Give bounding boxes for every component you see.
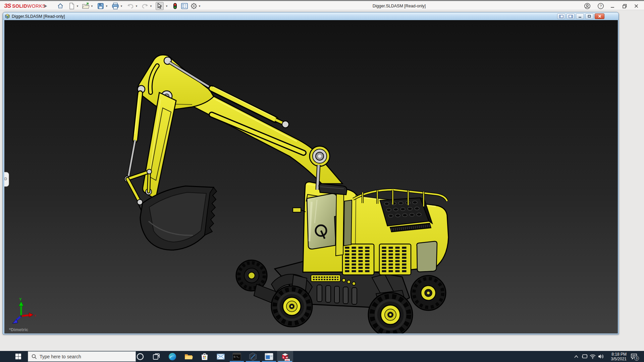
print-caret[interactable]: ▼ <box>120 5 123 8</box>
tray-volume-button[interactable] <box>597 351 605 362</box>
account-button[interactable] <box>583 3 592 9</box>
options-caret[interactable]: ▼ <box>198 5 201 8</box>
wheel-rear-right <box>411 276 446 310</box>
notification-badge: 3 <box>634 356 639 361</box>
tray-chevron-button[interactable] <box>572 351 580 362</box>
taskbar-hexagon-tool-button[interactable] <box>245 351 261 362</box>
options-button[interactable] <box>190 2 198 10</box>
app-minimize-button[interactable] <box>608 3 617 9</box>
svg-text:?: ? <box>600 4 602 8</box>
show-right-pane-button[interactable] <box>567 13 575 19</box>
triad-y-label: Y <box>19 297 22 301</box>
tray-clock[interactable]: 8:18 PM 3/5/2021 <box>604 351 627 362</box>
select-cursor-icon <box>157 3 162 9</box>
tray-date: 3/5/2021 <box>604 357 627 361</box>
document-window: Digger.SLDASM [Read-only] <box>3 12 619 335</box>
feature-pane-collapse-tab[interactable] <box>4 172 9 187</box>
app-titlebar: ЗS SOLIDWORKS ▶ ▼ ▼ <box>0 0 644 10</box>
toolbar-flyout-arrow-icon[interactable]: ▶ <box>44 4 47 8</box>
taskbar-task-view-button[interactable] <box>148 351 164 362</box>
home-icon <box>57 3 64 9</box>
bucket-cylinder <box>124 93 140 182</box>
device-icon <box>582 354 588 359</box>
undo-caret[interactable]: ▼ <box>135 5 138 8</box>
task-view-icon <box>152 353 160 361</box>
save-button[interactable] <box>97 2 105 10</box>
excavator-model[interactable] <box>4 20 618 334</box>
windows-taskbar: Type here to search <box>0 351 644 362</box>
save-floppy-icon <box>97 3 104 9</box>
new-document-caret[interactable]: ▼ <box>76 5 79 8</box>
redo-button[interactable] <box>141 2 149 10</box>
redo-caret[interactable]: ▼ <box>149 5 153 8</box>
vent-grille-left <box>342 244 374 275</box>
gear-icon <box>191 3 197 9</box>
wifi-icon <box>590 354 596 359</box>
document-titlebar[interactable]: Digger.SLDASM [Read-only] <box>3 12 619 20</box>
display-settings-button[interactable] <box>180 2 189 10</box>
show-left-pane-button[interactable] <box>557 13 565 19</box>
help-icon: ? <box>597 3 604 9</box>
tray-time: 8:18 PM <box>604 352 627 357</box>
save-caret[interactable]: ▼ <box>105 5 108 8</box>
taskbar-mail-button[interactable] <box>213 351 229 362</box>
chevron-up-icon <box>574 355 579 358</box>
new-document-button[interactable] <box>68 2 76 10</box>
graphics-viewport[interactable]: Y x *Dimetric <box>4 20 618 334</box>
doc-minimize-icon <box>578 15 582 18</box>
mirror <box>293 208 301 212</box>
collapse-tab-handle-icon <box>4 177 7 180</box>
wheel-front-left <box>271 286 312 327</box>
svg-text:W: W <box>286 356 288 359</box>
close-icon <box>634 4 639 8</box>
pane-left-icon <box>559 15 564 18</box>
help-button[interactable]: ? <box>596 3 605 9</box>
speaker-icon <box>598 354 604 359</box>
taskbar-edge-button[interactable] <box>164 351 180 362</box>
search-placeholder: Type here to search <box>40 354 81 359</box>
tray-network-button[interactable] <box>589 351 597 362</box>
orientation-triad: Y x <box>10 297 38 325</box>
minimize-icon <box>610 4 615 8</box>
taskbar-store-button[interactable] <box>197 351 213 362</box>
taskbar-command-prompt-button[interactable]: C:\_ <box>229 351 245 362</box>
home-button[interactable] <box>56 2 64 10</box>
doc-restore-button[interactable] <box>585 13 593 19</box>
assembly-document-icon <box>5 14 10 19</box>
doc-close-icon <box>598 15 601 18</box>
undo-button[interactable] <box>126 2 135 10</box>
display-list-icon <box>181 3 188 9</box>
hexagon-tool-icon <box>249 352 257 361</box>
search-icon <box>32 354 37 359</box>
solidworks-application: ЗS SOLIDWORKS ▶ ▼ ▼ <box>0 0 644 362</box>
edge-icon <box>168 352 177 361</box>
app-close-button[interactable] <box>632 3 641 9</box>
open-button[interactable] <box>82 2 90 10</box>
document-title: Digger.SLDASM [Read-only] <box>12 14 65 19</box>
remote-window-icon <box>265 353 273 360</box>
stoplight-button[interactable] <box>171 2 179 10</box>
tray-device-button[interactable] <box>581 351 589 362</box>
pane-right-icon <box>569 15 573 18</box>
open-caret[interactable]: ▼ <box>90 5 94 8</box>
wheel-front-right <box>368 293 413 334</box>
select-tool-button[interactable] <box>156 2 164 10</box>
action-center-button[interactable]: 3 <box>628 351 640 362</box>
taskbar-search-input[interactable]: Type here to search <box>28 351 136 362</box>
doc-close-button[interactable] <box>595 13 604 19</box>
select-tool-caret[interactable]: ▼ <box>165 5 168 8</box>
undo-icon <box>127 3 134 9</box>
body-side-window <box>417 241 437 272</box>
taskbar-cortana-button[interactable] <box>132 351 148 362</box>
account-icon <box>584 3 591 9</box>
windows-logo-icon <box>15 354 21 359</box>
start-button[interactable] <box>9 351 27 362</box>
print-icon <box>112 3 119 9</box>
app-restore-button[interactable] <box>620 3 629 9</box>
print-button[interactable] <box>111 2 119 10</box>
doc-minimize-button[interactable] <box>576 13 584 19</box>
taskbar-file-explorer-button[interactable] <box>180 351 197 362</box>
taskbar-remote-window-button[interactable] <box>261 351 277 362</box>
taskbar-solidworks-button[interactable]: S W 2021 <box>277 351 293 362</box>
cab-roof-box <box>319 184 347 195</box>
